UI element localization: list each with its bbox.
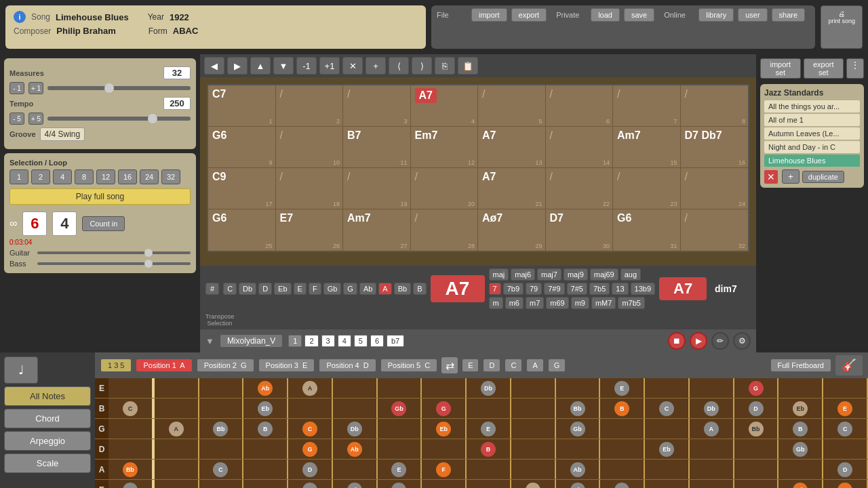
fret-cell[interactable]: G xyxy=(734,378,779,398)
fret-cell[interactable] xyxy=(511,419,556,439)
fret-cell[interactable] xyxy=(155,378,199,398)
note-dot[interactable]: Eb xyxy=(659,442,674,457)
fret-cell[interactable]: Bb xyxy=(108,460,155,479)
grid-cell[interactable]: Am727 xyxy=(343,209,411,251)
note-btn-Eb[interactable]: Eb xyxy=(274,283,291,295)
fret-cell[interactable] xyxy=(778,378,823,398)
grid-cell[interactable]: /22 xyxy=(546,168,614,209)
fret-cell[interactable] xyxy=(155,460,199,479)
grid-cell[interactable]: /14 xyxy=(546,127,614,167)
scale-type-btn[interactable]: m6 xyxy=(505,297,524,309)
scale-type-btn[interactable]: m xyxy=(489,297,503,309)
note-dot[interactable]: E xyxy=(481,422,496,436)
fret-cell[interactable]: Eb xyxy=(778,399,823,418)
grid-cell[interactable]: A721 xyxy=(478,168,546,209)
fret-cell[interactable] xyxy=(422,378,467,398)
sel-btn-32[interactable]: 32 xyxy=(161,169,180,184)
grid-cell[interactable]: /2 xyxy=(276,85,344,126)
scale-type-btn[interactable]: 7#5 xyxy=(567,283,587,295)
sel-btn-1[interactable]: 1 xyxy=(9,169,28,184)
scale-name-button[interactable]: Mixolydian_V xyxy=(220,334,283,348)
note-dot[interactable]: Bb xyxy=(749,422,764,436)
x-remove-button[interactable]: ✕ xyxy=(764,170,778,184)
note-dot[interactable]: E xyxy=(614,381,629,396)
grid-cell[interactable]: /28 xyxy=(411,209,479,251)
fret-cell[interactable]: B xyxy=(778,419,823,439)
scale-type-btn[interactable]: 13b9 xyxy=(631,283,655,295)
fret-cell[interactable]: B xyxy=(600,399,645,418)
sel-btn-12[interactable]: 12 xyxy=(96,169,115,184)
note-g-button[interactable]: G xyxy=(548,359,566,372)
fret-cell[interactable] xyxy=(243,460,288,479)
measures-minus-button[interactable]: - 1 xyxy=(9,82,24,94)
grid-cell[interactable]: /10 xyxy=(276,127,344,167)
fret-cell[interactable] xyxy=(108,439,155,459)
note-dot[interactable]: D xyxy=(526,483,540,489)
fret-cell[interactable]: Gb xyxy=(378,399,422,418)
scale-type-btn[interactable]: m9 xyxy=(571,297,589,309)
grid-cell[interactable]: /7 xyxy=(613,85,681,126)
note-dot[interactable]: G xyxy=(302,442,317,457)
grid-cell[interactable]: C917 xyxy=(208,168,276,209)
fret-cell[interactable] xyxy=(690,480,734,488)
fret-cell[interactable] xyxy=(467,399,511,418)
fret-cell[interactable] xyxy=(155,480,199,488)
fret-cell[interactable]: Ab xyxy=(333,439,378,459)
note-dot[interactable]: A xyxy=(704,422,719,436)
scale-button[interactable]: Scale xyxy=(4,453,91,473)
note-dot[interactable]: Eb xyxy=(436,422,451,436)
fret-cell[interactable] xyxy=(690,439,734,459)
note-btn-F[interactable]: F xyxy=(309,283,321,295)
jazz-item[interactable]: Limehouse Blues xyxy=(764,155,860,167)
fret-cell[interactable]: A xyxy=(690,419,734,439)
tempo-plus-button[interactable]: + 5 xyxy=(28,113,43,125)
scale-type-btn[interactable]: maj6 xyxy=(511,268,535,281)
sel-btn-16[interactable]: 16 xyxy=(118,169,137,184)
fret-cell[interactable] xyxy=(155,439,199,459)
note-btn-E[interactable]: E xyxy=(294,283,307,295)
fret-cell[interactable]: E xyxy=(378,460,422,479)
grid-cell[interactable]: /32 xyxy=(681,209,749,251)
fret-cell[interactable]: Bb xyxy=(199,419,244,439)
fret-cell[interactable] xyxy=(467,480,511,488)
note-dot[interactable]: F xyxy=(436,462,451,477)
note-dot[interactable]: G xyxy=(436,401,451,416)
fret-cell[interactable] xyxy=(243,480,288,488)
duplicate-button[interactable]: duplicate xyxy=(802,171,844,183)
scale-type-btn[interactable]: 7 xyxy=(489,283,501,295)
fret-cell[interactable] xyxy=(333,378,378,398)
note-btn-Gb[interactable]: Gb xyxy=(323,283,342,295)
fret-cell[interactable]: Gb xyxy=(778,439,823,459)
grid-cell[interactable]: Aø729 xyxy=(478,209,546,251)
position-5-button[interactable]: Position 5 C xyxy=(380,359,437,372)
degree-btn-5[interactable]: 5 xyxy=(354,335,368,347)
fret-cell[interactable] xyxy=(645,419,690,439)
grid-cell[interactable]: /23 xyxy=(613,168,681,209)
delete-icon[interactable]: ✕ xyxy=(342,57,363,75)
fret-cell[interactable] xyxy=(333,399,378,418)
paste-icon[interactable]: 📋 xyxy=(458,57,478,75)
jazz-item[interactable]: Autumn Leaves (Le... xyxy=(764,127,860,140)
note-dot[interactable]: Ab xyxy=(570,462,585,477)
note-dot[interactable]: E xyxy=(391,462,406,477)
play-button[interactable]: ▶ xyxy=(690,332,707,350)
note-dot[interactable]: A xyxy=(302,483,317,489)
note-dot[interactable]: D xyxy=(749,401,764,416)
full-fretboard-button[interactable]: Full Fretboard xyxy=(770,359,831,372)
fret-cell[interactable] xyxy=(511,399,556,418)
grid-cell[interactable]: /8 xyxy=(681,85,749,126)
grid-cell[interactable]: A713 xyxy=(478,127,546,167)
scale-type-btn[interactable]: maj69 xyxy=(590,268,618,281)
note-dot[interactable]: Eb xyxy=(570,483,585,489)
fret-cell[interactable]: A xyxy=(288,378,333,398)
fret-cell[interactable] xyxy=(600,439,645,459)
fret-cell[interactable]: G xyxy=(288,439,333,459)
fret-cell[interactable] xyxy=(288,399,333,418)
sel-btn-24[interactable]: 24 xyxy=(140,169,159,184)
bass-slider[interactable] xyxy=(37,262,191,265)
fret-cell[interactable]: F xyxy=(108,480,155,488)
fret-cell[interactable] xyxy=(645,480,690,488)
note-dot[interactable]: B xyxy=(481,442,496,457)
note-dot[interactable]: Bb xyxy=(570,401,585,416)
sharp-button[interactable]: # xyxy=(205,283,219,295)
